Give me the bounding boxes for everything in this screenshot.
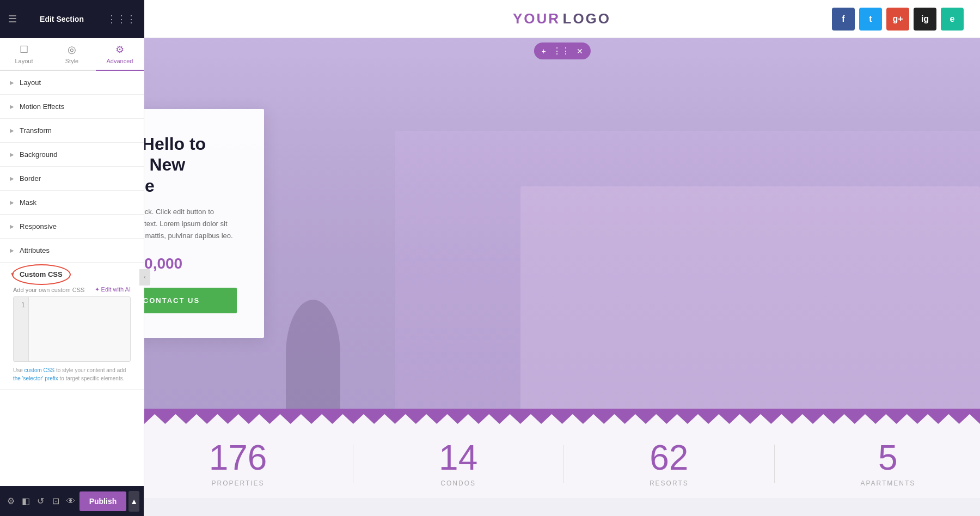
expand-button[interactable]: ▲ bbox=[128, 491, 139, 512]
hero-section: Say Hello to Your New Home I am text blo… bbox=[144, 38, 980, 409]
accordion-mask-header[interactable]: ▶ Mask bbox=[0, 191, 144, 214]
panel-body: ▶ Layout ▶ Motion Effects ▶ Transform ▶ bbox=[0, 71, 144, 486]
edit-with-ai-button[interactable]: ✦ Edit with AI bbox=[95, 286, 131, 293]
settings-toolbar-icon[interactable]: ⚙ bbox=[4, 491, 17, 512]
accordion-attributes-label: Attributes bbox=[20, 246, 50, 254]
section-close-button[interactable]: ✕ bbox=[577, 47, 583, 56]
accordion-custom-css: ▼ Custom CSS Add your own custom CSS ✦ E… bbox=[0, 263, 144, 390]
accordion-attributes-header[interactable]: ▶ Attributes bbox=[0, 239, 144, 262]
section-drag-handle[interactable]: ⋮⋮ bbox=[553, 46, 570, 56]
stat-divider-2 bbox=[564, 445, 564, 483]
custom-css-header[interactable]: ▼ Custom CSS bbox=[7, 263, 137, 286]
css-line-numbers: 1 bbox=[14, 297, 29, 361]
left-panel: ☐ Layout ◎ Style ⚙ Advanced ▶ Layout bbox=[0, 38, 144, 516]
tab-style-label: Style bbox=[65, 58, 78, 64]
elementor-icon[interactable]: e bbox=[941, 8, 964, 31]
layout-tab-icon: ☐ bbox=[20, 44, 28, 56]
accordion-transform-header[interactable]: ▶ Transform bbox=[0, 119, 144, 142]
chevron-icon: ▶ bbox=[10, 223, 14, 229]
accordion-attributes: ▶ Attributes bbox=[0, 239, 144, 263]
accordion-layout-header[interactable]: ▶ Layout bbox=[0, 71, 144, 94]
panel-header-title: Edit Section bbox=[40, 15, 84, 23]
logo-your: YOUR bbox=[513, 10, 560, 27]
custom-css-add-label: Add your own custom CSS ✦ Edit with AI bbox=[13, 286, 131, 293]
hamburger-icon[interactable]: ☰ bbox=[8, 13, 17, 25]
bottom-toolbar: ⚙ ◧ ↺ ⊡ 👁 Publish ▲ bbox=[0, 486, 144, 516]
content-area: + ⋮⋮ ✕ Say Hello to bbox=[144, 38, 980, 516]
stat-divider-3 bbox=[774, 445, 775, 483]
tab-layout[interactable]: ☐ Layout bbox=[0, 38, 48, 71]
accordion-motion-header[interactable]: ▶ Motion Effects bbox=[0, 95, 144, 118]
stat-resorts-label: RESORTS bbox=[650, 479, 689, 487]
accordion-border-label: Border bbox=[20, 174, 41, 183]
hero-content: Say Hello to Your New Home I am text blo… bbox=[144, 38, 980, 409]
chevron-icon: ▶ bbox=[10, 199, 14, 205]
panel-collapse-button[interactable]: ‹ bbox=[139, 269, 150, 286]
svg-marker-0 bbox=[144, 409, 980, 424]
chevron-icon: ▶ bbox=[10, 175, 14, 181]
zigzag-border bbox=[144, 409, 980, 424]
custom-css-label-text: Custom CSS bbox=[20, 270, 63, 278]
accordion-mask-label: Mask bbox=[20, 198, 36, 207]
accordion-border: ▶ Border bbox=[0, 167, 144, 191]
layers-toolbar-icon[interactable]: ◧ bbox=[20, 491, 33, 512]
logo: YOUR LOGO bbox=[513, 10, 611, 27]
accordion-responsive-header[interactable]: ▶ Responsive bbox=[0, 215, 144, 238]
social-icons: f t g+ ig e bbox=[832, 8, 964, 31]
custom-css-section: Add your own custom CSS ✦ Edit with AI 1… bbox=[7, 286, 137, 389]
accordion-background: ▶ Background bbox=[0, 143, 144, 167]
main-layout: ☐ Layout ◎ Style ⚙ Advanced ▶ Layout bbox=[0, 38, 980, 516]
tab-advanced-label: Advanced bbox=[107, 58, 133, 64]
accordion-responsive: ▶ Responsive bbox=[0, 215, 144, 239]
accordion-transform-label: Transform bbox=[20, 126, 52, 135]
chevron-icon: ▶ bbox=[10, 247, 14, 253]
stat-divider-1 bbox=[353, 445, 353, 483]
accordion-motion: ▶ Motion Effects bbox=[0, 95, 144, 119]
googleplus-icon[interactable]: g+ bbox=[886, 8, 909, 31]
accordion-mask: ▶ Mask bbox=[0, 191, 144, 215]
stat-condos: 14 CONDOS bbox=[439, 440, 477, 487]
stat-condos-number: 14 bbox=[439, 440, 477, 475]
stat-resorts-number: 62 bbox=[650, 440, 689, 475]
stat-properties-label: PROPERTIES bbox=[209, 479, 267, 487]
tab-style[interactable]: ◎ Style bbox=[48, 38, 96, 71]
accordion-responsive-label: Responsive bbox=[20, 222, 57, 230]
stat-apartments: 5 APARTMENTS bbox=[860, 440, 915, 487]
custom-css-chevron: ▼ bbox=[10, 271, 15, 277]
history-toolbar-icon[interactable]: ↺ bbox=[34, 491, 47, 512]
tab-layout-label: Layout bbox=[15, 58, 33, 64]
accordion-layout-label: Layout bbox=[20, 78, 41, 87]
accordion-border-header[interactable]: ▶ Border bbox=[0, 167, 144, 190]
instagram-icon[interactable]: ig bbox=[914, 8, 936, 31]
chevron-icon: ▶ bbox=[10, 104, 14, 110]
selector-prefix-link[interactable]: the 'selector' prefix bbox=[13, 375, 58, 381]
css-help-text: Use custom CSS to style your content and… bbox=[13, 366, 131, 383]
responsive-toolbar-icon[interactable]: ⊡ bbox=[50, 491, 63, 512]
accordion-transform: ▶ Transform bbox=[0, 119, 144, 143]
accordion-background-header[interactable]: ▶ Background bbox=[0, 143, 144, 166]
advanced-tab-icon: ⚙ bbox=[115, 44, 124, 56]
custom-css-link[interactable]: custom CSS bbox=[24, 367, 55, 373]
hero-cta-button[interactable]: CONTACT US bbox=[144, 288, 237, 313]
stat-resorts: 62 RESORTS bbox=[650, 440, 689, 487]
chevron-icon: ▶ bbox=[10, 80, 14, 86]
hero-description: I am text block. Click edit button to ch… bbox=[144, 206, 237, 242]
publish-button[interactable]: Publish bbox=[79, 491, 127, 511]
stat-condos-label: CONDOS bbox=[439, 479, 477, 487]
hero-card: Say Hello to Your New Home I am text blo… bbox=[144, 109, 264, 338]
grid-icon[interactable]: ⋮⋮⋮ bbox=[107, 13, 136, 25]
section-add-button[interactable]: + bbox=[541, 47, 546, 56]
preview-toolbar-icon[interactable]: 👁 bbox=[64, 491, 77, 512]
zigzag-svg bbox=[144, 409, 980, 424]
logo-logo: LOGO bbox=[563, 10, 611, 27]
accordion-motion-label: Motion Effects bbox=[20, 102, 64, 111]
css-textarea[interactable] bbox=[29, 297, 130, 361]
chevron-icon: ▶ bbox=[10, 128, 14, 133]
tab-advanced[interactable]: ⚙ Advanced bbox=[96, 38, 144, 71]
css-editor: 1 bbox=[13, 296, 131, 362]
twitter-icon[interactable]: t bbox=[859, 8, 882, 31]
accordion-layout: ▶ Layout bbox=[0, 71, 144, 95]
stats-section: 176 PROPERTIES 14 CONDOS 62 RESORTS 5 AP… bbox=[144, 424, 980, 498]
style-tab-icon: ◎ bbox=[68, 44, 76, 56]
facebook-icon[interactable]: f bbox=[832, 8, 855, 31]
